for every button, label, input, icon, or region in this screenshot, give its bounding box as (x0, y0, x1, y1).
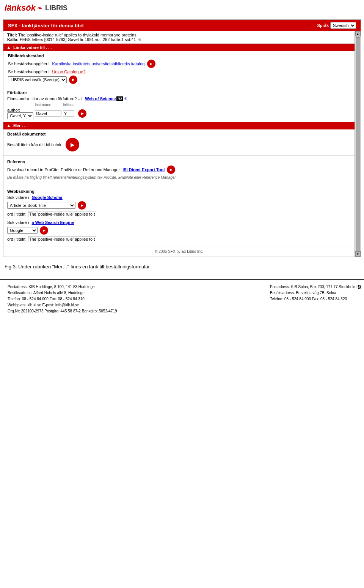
footer-left: Postadress: KIB Huddinge, 8:100, 141 83 … (8, 284, 117, 314)
article-go-button[interactable] (78, 201, 86, 210)
article-dropdown-row: Article or Book Title (7, 201, 351, 210)
referens-title: Referens (7, 159, 351, 164)
download-text: Download record to ProCite, EndNote or R… (7, 167, 120, 172)
logo-libris: LIBRIS (45, 4, 67, 12)
section-referens: Referens Download record to ProCite, End… (3, 157, 355, 185)
section-forfattare: Författare Finns andra titlar av denna f… (3, 88, 355, 122)
collapse-icon: ▲ (6, 45, 11, 50)
logo-brand: länksök (5, 3, 36, 13)
page-footer: Postadress: KIB Huddinge, 8:100, 141 83 … (0, 279, 364, 318)
content-area: Titel: The 'positive-inside rule' applie… (3, 31, 361, 257)
ki-link[interactable]: Karolinska institutets universitetsbibli… (52, 61, 145, 66)
author-lastname-input[interactable] (35, 110, 61, 117)
sub-bestands: Biblioteksbestånd (8, 54, 350, 58)
inner-content: Titel: The 'positive-inside rule' applie… (3, 31, 355, 257)
google-go-button[interactable] (40, 226, 48, 235)
wos-question: Finns andra titlar av denna författare? … (7, 96, 82, 101)
section-referens-inner: Referens Download record to ProCite, End… (3, 157, 355, 183)
col-lastname: last name (35, 102, 63, 107)
lang-label: Språk (317, 23, 329, 28)
ord-input2[interactable] (28, 236, 96, 242)
referens-go-button[interactable] (167, 166, 175, 174)
article-select[interactable]: Article or Book Title (7, 202, 75, 209)
bestall-go-button[interactable] (66, 138, 79, 151)
websearch-row: Sök vidare i a Web Search Engine (7, 220, 351, 225)
ord1-row: ord i titeln: (7, 211, 351, 217)
sfx-window: SFX - länktjänster för denna titel Språk… (3, 19, 361, 257)
webbsokning-title: Webbsökning (7, 189, 351, 194)
scroll-thumb[interactable] (356, 37, 360, 251)
footer-right-line2: Besöksadress: Berzelius väg 7B, Solna (270, 290, 356, 296)
ki-text: Se beståndsuppgifter i (8, 61, 49, 66)
google-engine-select[interactable]: Google (7, 227, 38, 234)
scrollbar[interactable]: ▲ ▼ (355, 31, 361, 257)
kalla-value: FEBS letters [0014-5793] Gavel år:1991 v… (20, 37, 141, 42)
bestall-sub-label: Beställ titeln från ditt bibliotek (7, 142, 61, 147)
google-scholar-link[interactable]: Google Scholar (32, 195, 63, 200)
scroll-down-button[interactable]: ▼ (355, 251, 361, 257)
fig-caption: Fig 3: Under rubriken "Mer…" finns en lä… (0, 260, 364, 272)
footer-right: Postadress: KIB Solna, Box 200, 171 77 S… (270, 284, 356, 302)
ki-go-button[interactable] (147, 60, 155, 68)
isi-badge: ISI (116, 96, 123, 101)
libris-select[interactable]: LIBRIS webbsök (Sverige) (8, 76, 67, 83)
section-mer-header[interactable]: ▲ Mer . . . (3, 122, 355, 129)
section-webbsokning-inner: Webbsökning Sök vidare i Google Scholar … (3, 187, 355, 246)
label-kalla: Källa: (7, 37, 19, 42)
page-number: 9 (358, 284, 361, 291)
google-text: Sök vidare i (7, 195, 29, 200)
lang-select[interactable]: Swedish (330, 22, 356, 29)
referens-row1: Download record to ProCite, EndNote or R… (7, 166, 351, 174)
union-link[interactable]: Union Catalogue? (52, 69, 86, 74)
author-table: last name initials author: Gavel, Y (7, 102, 88, 120)
libris-row: LIBRIS webbsök (Sverige) (8, 76, 350, 84)
logo-bar: länksök ❧ LIBRIS (0, 0, 364, 16)
websearch-text: Sök vidare i (7, 220, 29, 225)
scroll-up-button[interactable]: ▲ (355, 31, 361, 36)
google-scholar-row: Sök vidare i Google Scholar (7, 195, 351, 200)
section-lanka: ▲ Länka vidare till . . . Biblioteksbest… (3, 44, 355, 88)
header-title: SFX - länktjänster för denna titel (8, 23, 83, 28)
isi-export-link[interactable]: ISI Direct Export Tool (122, 167, 165, 172)
section-mer: ▲ Mer . . . (3, 122, 355, 129)
author-go-button[interactable] (78, 109, 86, 118)
footer-left-line2: Besöksadress: Alfred Nobels allé 8, Hudd… (8, 290, 117, 296)
author-initials-input[interactable] (63, 110, 74, 117)
section-forfattare-header: Författare Finns andra titlar av denna f… (3, 88, 355, 122)
referens-note: Du måste ha tillgång till ett referensha… (7, 175, 351, 180)
google-engine-row: Google (7, 226, 351, 235)
libris-go-button[interactable] (69, 76, 77, 84)
section-lanka-header[interactable]: ▲ Länka vidare till . . . (3, 44, 355, 51)
section-bestall-inner: Beställ dokumentet Beställ titeln från d… (3, 129, 355, 154)
ord-input1[interactable] (28, 211, 96, 217)
footer-right-line3: Telefon: 08 - 524 84 000 Fax: 08 - 524 8… (270, 296, 356, 302)
wos-row: Finns andra titlar av denna författare? … (7, 96, 351, 101)
ord-label2: ord i titeln: (7, 237, 27, 241)
section-lanka-body: Biblioteksbestånd Se beståndsuppgifter i… (3, 51, 355, 88)
footer-left-line4: Webbplats: kib.ki.se E-post: info@kib.ki… (8, 302, 117, 308)
header-bar: SFX - länktjänster för denna titel Språk… (3, 20, 361, 31)
ki-row: Se beståndsuppgifter i Karolinska instit… (8, 60, 350, 68)
author-row: author: Gavel, Y (7, 107, 88, 120)
forfattare-title: Författare (7, 90, 351, 95)
bestall-title: Beställ dokumentet (7, 132, 351, 136)
sfx-copyright: © 2005 SFX by Ex Libris Inc. (3, 246, 355, 257)
col-initials: initials (63, 102, 76, 107)
section-bestall: Beställ dokumentet Beställ titeln från d… (3, 129, 355, 156)
bestall-row: Beställ titeln från ditt bibliotek (7, 138, 351, 151)
wos-link[interactable]: Web of Science (85, 96, 116, 101)
ord-label1: ord i titeln: (7, 212, 27, 216)
section-mer-label: Mer . . . (13, 123, 28, 128)
union-row: Se beståndsuppgifter i Union Catalogue? (8, 69, 350, 74)
union-text: Se beståndsuppgifter i (8, 69, 49, 74)
websearch-link[interactable]: a Web Search Engine (32, 220, 74, 225)
section-webbsokning: Webbsökning Sök vidare i Google Scholar … (3, 187, 355, 246)
author-row-label: author: (7, 108, 20, 112)
label-titel: Titel: (7, 33, 17, 37)
footer-left-line3: Telefon: 08 - 524 84 000 Fax: 08 - 524 8… (8, 296, 117, 302)
footer-left-line5: Org.Nr: 202100-2973 Postgiro: 445 58 87-… (8, 308, 117, 314)
mer-collapse-icon: ▲ (6, 123, 11, 128)
author-select[interactable]: Gavel, Y (7, 112, 33, 119)
titel-value: The 'positive-inside rule' applies to th… (18, 33, 138, 37)
section-lanka-label: Länka vidare till . . . (13, 45, 52, 50)
